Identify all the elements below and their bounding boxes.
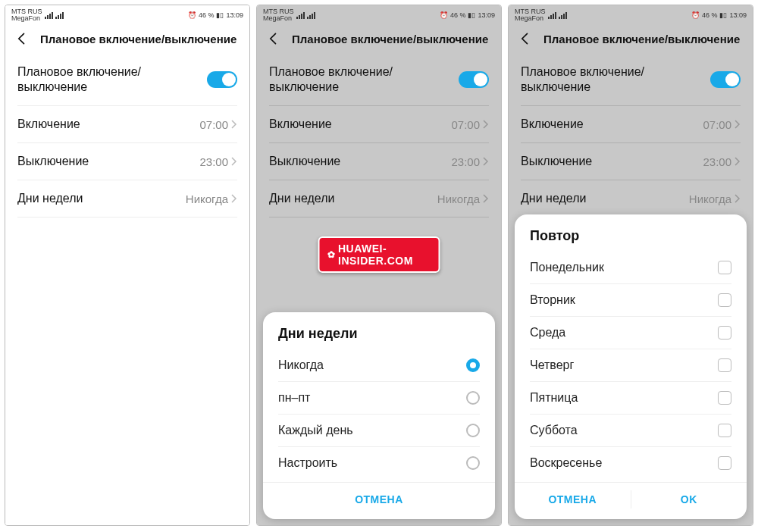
checkbox-icon[interactable] xyxy=(718,456,731,470)
power-on-value: 07:00 xyxy=(199,118,228,131)
watermark-badge: HUAWEI-INSIDER.COM xyxy=(318,236,440,273)
battery-icon: ▮▯ xyxy=(468,11,475,19)
toggle-switch[interactable] xyxy=(207,71,237,88)
row-power-off[interactable]: Выключение 23:00 xyxy=(257,143,501,180)
checkbox-icon[interactable] xyxy=(718,261,731,274)
radio-icon[interactable] xyxy=(466,358,480,372)
repeat-option[interactable]: Среда xyxy=(515,317,747,349)
sheet-ok-button[interactable]: OK xyxy=(631,483,747,516)
status-bar: MTS RUS MegaFon ⏰ 46 % ▮▯ 13:09 xyxy=(257,5,501,23)
chevron-right-icon xyxy=(735,120,741,129)
repeat-option-label: Суббота xyxy=(530,424,578,437)
chevron-right-icon xyxy=(735,157,741,166)
toggle-switch[interactable] xyxy=(710,71,741,88)
days-option[interactable]: Никогда xyxy=(263,349,495,381)
chevron-right-icon xyxy=(483,157,489,166)
battery-icon: ▮▯ xyxy=(719,11,727,19)
alarm-icon: ⏰ xyxy=(188,11,196,19)
sheet-cancel-button[interactable]: ОТМЕНА xyxy=(515,483,631,516)
days-label: Дни недели xyxy=(521,192,586,205)
repeat-option[interactable]: Суббота xyxy=(515,415,747,446)
page-title: Плановое включение/выключение xyxy=(292,33,488,45)
row-power-off[interactable]: Выключение 23:00 xyxy=(509,143,753,180)
checkbox-icon[interactable] xyxy=(718,391,731,405)
days-option[interactable]: пн–пт xyxy=(263,382,495,414)
page-header: Плановое включение/выключение xyxy=(257,23,501,54)
days-label: Дни недели xyxy=(17,192,83,205)
battery-pct: 46 % xyxy=(199,11,215,19)
repeat-option[interactable]: Четверг xyxy=(515,349,747,381)
row-toggle[interactable]: Плановое включение/ выключение xyxy=(509,54,753,105)
days-value: Никогда xyxy=(186,192,228,205)
row-days[interactable]: Дни недели Никогда xyxy=(257,180,501,217)
chevron-right-icon xyxy=(735,194,741,203)
radio-icon[interactable] xyxy=(466,424,480,437)
radio-icon[interactable] xyxy=(466,456,480,470)
page-title: Плановое включение/выключение xyxy=(40,33,236,45)
power-off-value: 23:00 xyxy=(199,155,228,168)
sheet-repeat-title: Повтор xyxy=(515,225,747,252)
toggle-switch[interactable] xyxy=(459,71,489,88)
repeat-option[interactable]: Воскресенье xyxy=(515,447,747,479)
battery-pct: 46 % xyxy=(450,11,466,19)
status-bar: MTS RUS MegaFon ⏰ 46 % ▮▯ 13:09 xyxy=(5,5,249,23)
repeat-option-label: Среда xyxy=(530,326,565,340)
power-on-value: 07:00 xyxy=(451,118,480,131)
days-option[interactable]: Каждый день xyxy=(263,415,495,446)
battery-pct: 46 % xyxy=(702,11,718,19)
checkbox-icon[interactable] xyxy=(718,326,731,340)
days-value: Никогда xyxy=(437,192,480,205)
clock-time: 13:09 xyxy=(478,11,495,19)
power-off-label: Выключение xyxy=(17,155,89,168)
alarm-icon: ⏰ xyxy=(440,11,448,19)
back-button[interactable] xyxy=(14,31,30,46)
row-toggle[interactable]: Плановое включение/ выключение xyxy=(257,54,501,105)
signal-icon-2 xyxy=(307,12,315,19)
repeat-option[interactable]: Вторник xyxy=(515,284,747,316)
repeat-option-label: Понедельник xyxy=(530,261,604,274)
repeat-option[interactable]: Пятница xyxy=(515,382,747,414)
battery-icon: ▮▯ xyxy=(216,11,224,19)
sheet-cancel-button[interactable]: ОТМЕНА xyxy=(263,483,495,516)
row-days[interactable]: Дни недели Никогда xyxy=(5,180,249,217)
page-header: Плановое включение/выключение xyxy=(509,23,753,54)
signal-icon-1 xyxy=(548,12,556,19)
row-power-on[interactable]: Включение 07:00 xyxy=(257,106,501,142)
power-on-value: 07:00 xyxy=(703,118,731,131)
chevron-right-icon xyxy=(231,157,237,166)
days-option-label: Никогда xyxy=(278,358,324,372)
radio-icon[interactable] xyxy=(466,391,480,405)
row-power-on[interactable]: Включение 07:00 xyxy=(5,106,249,142)
row-days[interactable]: Дни недели Никогда xyxy=(509,180,753,217)
chevron-right-icon xyxy=(231,120,237,129)
signal-icon-1 xyxy=(296,12,305,19)
row-power-off[interactable]: Выключение 23:00 xyxy=(5,143,249,180)
days-option-label: Каждый день xyxy=(278,424,353,437)
power-off-label: Выключение xyxy=(269,155,340,168)
checkbox-icon[interactable] xyxy=(718,358,731,372)
back-button[interactable] xyxy=(518,31,533,46)
checkbox-icon[interactable] xyxy=(718,424,731,437)
repeat-option-label: Вторник xyxy=(530,293,575,307)
repeat-option-label: Воскресенье xyxy=(530,456,602,470)
power-off-value: 23:00 xyxy=(451,155,480,168)
back-button[interactable] xyxy=(266,31,281,46)
row-toggle[interactable]: Плановое включение/ выключение xyxy=(5,54,249,105)
sheet-repeat: Повтор ПонедельникВторникСредаЧетвергПят… xyxy=(515,214,747,519)
power-on-label: Включение xyxy=(269,117,332,131)
signal-icon-2 xyxy=(559,12,567,19)
toggle-label: Плановое включение/ выключение xyxy=(17,64,141,95)
sheet-days: Дни недели Никогдапн–птКаждый деньНастро… xyxy=(263,312,495,519)
power-off-label: Выключение xyxy=(521,155,592,168)
days-option[interactable]: Настроить xyxy=(263,447,495,479)
checkbox-icon[interactable] xyxy=(718,293,731,307)
repeat-option[interactable]: Понедельник xyxy=(515,252,747,283)
clock-time: 13:09 xyxy=(729,11,747,19)
status-bar: MTS RUS MegaFon ⏰ 46 % ▮▯ 13:09 xyxy=(509,5,753,23)
carrier-2: MegaFon xyxy=(11,15,42,22)
signal-icon-2 xyxy=(55,12,64,19)
chevron-right-icon xyxy=(231,194,237,203)
chevron-right-icon xyxy=(483,120,489,129)
phone-screen-1: MTS RUS MegaFon ⏰ 46 % ▮▯ 13:09 Плановое… xyxy=(5,5,250,526)
row-power-on[interactable]: Включение 07:00 xyxy=(509,106,753,142)
